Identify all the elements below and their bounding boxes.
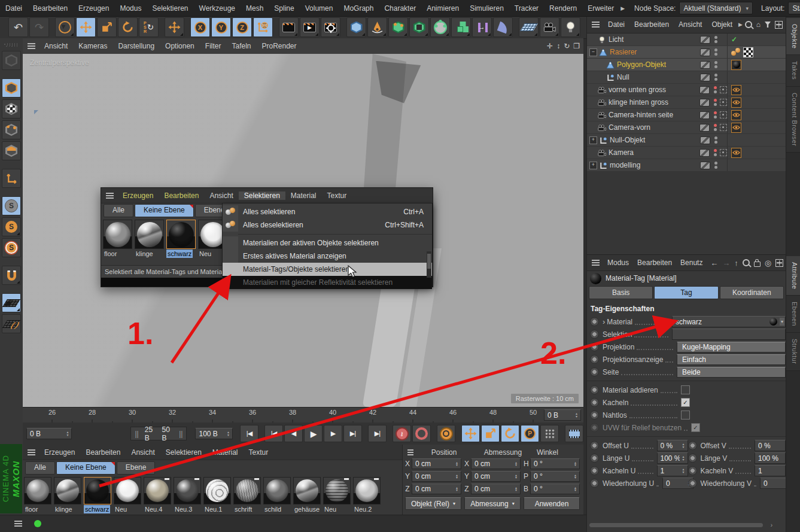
undo-button[interactable]: ↶	[8, 17, 28, 37]
z-axis-lock[interactable]: Z	[232, 17, 252, 37]
history-back-icon[interactable]: ←	[710, 259, 718, 267]
stepper-icon[interactable]: ▴▾	[227, 431, 229, 436]
coord-field-winkel-b[interactable]: 0 °▴▾	[530, 484, 580, 494]
material-item-neu-2[interactable]: Neu.2	[353, 477, 381, 515]
model-mode[interactable]	[2, 78, 21, 98]
render-dot[interactable]	[714, 78, 717, 81]
coord-field-winkel-h[interactable]: 0 °▴▾	[530, 458, 580, 469]
render-dot[interactable]	[714, 90, 717, 93]
record-scale-toggle[interactable]	[481, 425, 500, 442]
hamburger-icon[interactable]	[28, 45, 35, 47]
viewport-dot[interactable]	[714, 149, 717, 152]
attribute-tab-koordinaten[interactable]: Koordinaten	[720, 286, 784, 299]
floor-button[interactable]	[519, 17, 539, 37]
menu-bearbeiten[interactable]: Bearbeiten	[28, 1, 73, 16]
toolbar-grip[interactable]	[4, 43, 19, 47]
visibility-editor-chip[interactable]	[700, 74, 710, 81]
menu-simulieren[interactable]: Simulieren	[464, 1, 509, 16]
tab-keine-ebene[interactable]: Keine Ebene	[135, 204, 194, 217]
camera-eye-tag-icon[interactable]	[731, 123, 741, 133]
points-mode[interactable]	[2, 120, 21, 139]
workplane-lock[interactable]	[2, 293, 21, 312]
object-menu-datei[interactable]: Datei	[603, 20, 629, 29]
coord-field-position-y[interactable]: 0 cm▴▾	[412, 471, 461, 482]
object-menu-ansicht[interactable]: Ansicht	[674, 20, 707, 29]
coord-footer-abmessung[interactable]: Abmessung▾	[464, 497, 521, 510]
keyframe-selector-icon[interactable]	[720, 99, 727, 106]
object-name[interactable]: Null-Objekt	[610, 136, 698, 144]
material-item-schild[interactable]: schild	[263, 477, 291, 515]
render-dot[interactable]	[714, 128, 717, 131]
menu-item-material-tags-objekte-selektieren[interactable]: Material-Tags/Objekte selektieren	[223, 263, 432, 276]
menu-animieren[interactable]: Animieren	[421, 1, 464, 16]
play-button[interactable]: ▶	[304, 425, 323, 442]
checkbox-nahtlos[interactable]	[681, 411, 690, 419]
rotate-view-icon[interactable]: ↻	[564, 42, 570, 50]
quantize-grid[interactable]: ( )	[2, 314, 21, 333]
texture-mode[interactable]	[2, 99, 21, 118]
animation-dot-icon[interactable]	[590, 423, 599, 432]
uv-field-kacheln-v[interactable]: 1	[755, 465, 786, 476]
coord-field-abmessung-x[interactable]: 0 cm▴▾	[471, 458, 521, 469]
home-icon[interactable]: ⌂	[756, 20, 761, 29]
stepper-icon[interactable]: ▴▾	[515, 461, 517, 467]
redo-button[interactable]: ↷	[29, 17, 49, 37]
object-name[interactable]: Camera-hinten seite	[609, 111, 697, 119]
material-menu-selektieren[interactable]: Selektieren	[160, 448, 207, 457]
material-thumbnail[interactable]	[144, 477, 171, 504]
horizontal-scrollbar[interactable]	[589, 523, 763, 527]
visibility-dots[interactable]	[713, 136, 719, 144]
search-icon[interactable]	[745, 21, 752, 28]
material-thumbnail[interactable]	[233, 477, 261, 504]
visibility-editor-chip[interactable]	[700, 162, 710, 169]
object-name[interactable]: Null	[617, 73, 698, 81]
visibility-dots[interactable]	[712, 149, 718, 156]
prev-frame-button[interactable]: ◀	[284, 425, 303, 442]
visibility-editor-chip[interactable]	[699, 86, 710, 94]
object-name[interactable]: Kamera	[609, 148, 697, 157]
max-frame-field[interactable]: 100 B ▴▾	[195, 428, 233, 439]
uvw-tag-icon[interactable]	[743, 47, 753, 57]
animation-dot-icon[interactable]	[590, 355, 599, 364]
viewport-menu-tafeln[interactable]: Tafeln	[226, 42, 256, 50]
visibility-dots[interactable]	[713, 61, 719, 68]
side-tab-struktur[interactable]: Struktur	[786, 333, 800, 371]
material-tag-icon[interactable]	[731, 60, 741, 70]
history-forward-icon[interactable]: →	[722, 259, 730, 267]
material-thumbnail[interactable]	[84, 477, 111, 504]
material-thumbnail[interactable]	[174, 477, 201, 504]
material-menu-material[interactable]: Material	[207, 448, 244, 457]
zoom-view-icon[interactable]: ↕	[556, 42, 560, 50]
material-thumbnail[interactable]	[24, 477, 51, 504]
keyframe-selector-icon[interactable]	[720, 111, 727, 118]
animation-dot-icon[interactable]	[590, 454, 599, 463]
material-menu-textur[interactable]: Textur	[244, 448, 274, 457]
y-axis-lock[interactable]: Y	[211, 17, 231, 37]
material-item-schwarz[interactable]: schwarz	[166, 220, 196, 260]
field-button[interactable]	[493, 17, 513, 37]
viewport-dot[interactable]	[714, 124, 717, 127]
material-item-schwarz[interactable]: schwarz	[84, 477, 111, 515]
render-settings-button[interactable]	[321, 17, 340, 37]
parent-icon[interactable]: ↑	[734, 259, 738, 267]
menu-item-materialien-der-aktiven-objekte-selektieren[interactable]: Materialien der aktiven Objekte selektie…	[223, 236, 432, 250]
material-item-klinge[interactable]: klinge	[135, 220, 164, 260]
object-row-null-objekt[interactable]: +Null-Objekt	[587, 134, 786, 147]
live-selection-tool[interactable]	[55, 17, 75, 37]
layout-select[interactable]: Start (Benutzer) ▾	[788, 2, 800, 14]
stepper-icon[interactable]: ▴▾	[576, 412, 577, 418]
uv-field-länge-v[interactable]: 100 %	[755, 452, 786, 464]
menu-datei[interactable]: Datei	[0, 1, 28, 16]
material-thumbnail[interactable]	[114, 477, 141, 504]
material-item-gehäuse[interactable]: gehäuse	[293, 477, 321, 515]
object-row-vorne-unten-gross[interactable]: vorne unten gross	[587, 84, 786, 96]
hamburger-icon[interactable]	[592, 24, 600, 25]
material-thumbnail[interactable]	[203, 477, 231, 504]
dropdown-projektion[interactable]: Kugel-Mapping	[677, 342, 786, 352]
lock-icon[interactable]	[754, 262, 761, 267]
timeline-window-button[interactable]	[565, 425, 583, 442]
hamburger-icon[interactable]	[14, 523, 22, 524]
viewport-dot[interactable]	[714, 36, 717, 39]
object-name[interactable]: modelling	[610, 161, 698, 169]
viewport-dot[interactable]	[714, 162, 717, 165]
